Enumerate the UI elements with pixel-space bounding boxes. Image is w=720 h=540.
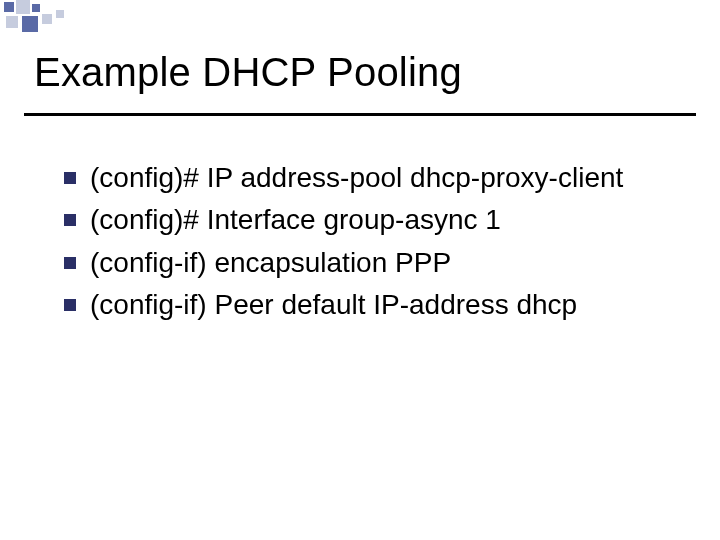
list-item-text: (config-if) Peer default IP-address dhcp (90, 287, 577, 323)
square-bullet-icon (64, 299, 76, 311)
list-item-text: (config)# Interface group-async 1 (90, 202, 501, 238)
list-item-text: (config)# IP address-pool dhcp-proxy-cli… (90, 160, 623, 196)
slide: Example DHCP Pooling (config)# IP addres… (0, 0, 720, 540)
square-bullet-icon (64, 214, 76, 226)
square-bullet-icon (64, 257, 76, 269)
list-item: (config-if) Peer default IP-address dhcp (64, 287, 676, 323)
list-item: (config)# Interface group-async 1 (64, 202, 676, 238)
slide-body: (config)# IP address-pool dhcp-proxy-cli… (0, 116, 720, 324)
corner-decoration (0, 0, 120, 34)
list-item-text: (config-if) encapsulation PPP (90, 245, 451, 281)
square-bullet-icon (64, 172, 76, 184)
slide-title: Example DHCP Pooling (34, 50, 686, 95)
list-item: (config)# IP address-pool dhcp-proxy-cli… (64, 160, 676, 196)
list-item: (config-if) encapsulation PPP (64, 245, 676, 281)
